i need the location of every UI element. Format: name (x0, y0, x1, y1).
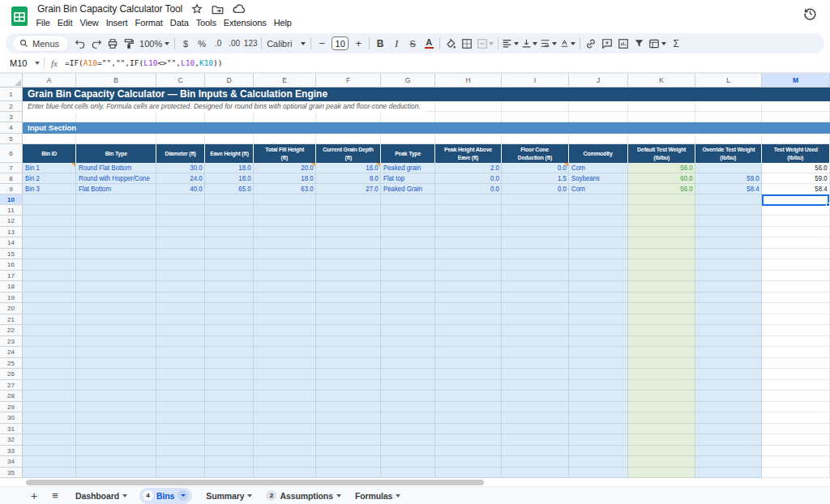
borders-icon[interactable] (460, 36, 473, 50)
format-currency-button[interactable]: $ (179, 36, 192, 50)
data-cell[interactable]: 27.0 (316, 184, 381, 194)
decrease-font-size-button[interactable]: − (315, 36, 328, 50)
table-header-cell[interactable]: Total Fill Height(ft) (254, 144, 316, 163)
sheet-title-cell[interactable]: Grain Bin Capacity Calculator — Bin Inpu… (23, 88, 830, 101)
row-header-32[interactable]: 32 (0, 434, 23, 445)
italic-button[interactable]: I (390, 36, 403, 50)
row-header-33[interactable]: 33 (0, 446, 23, 456)
paint-format-icon[interactable] (122, 36, 135, 50)
print-icon[interactable] (106, 36, 119, 50)
data-cell[interactable]: 20.0 (254, 163, 316, 173)
insert-link-icon[interactable] (584, 36, 597, 50)
formula-input[interactable]: =IF(A10="","",IF(L10<>"",L10,K10)) (65, 58, 223, 67)
more-formats-button[interactable]: 123 (244, 36, 257, 50)
decrease-decimals-button[interactable]: .0 (212, 36, 225, 50)
column-header-K[interactable]: K (628, 73, 695, 88)
document-title[interactable]: Grain Bin Capacity Calculator Tool (37, 3, 182, 15)
column-header-B[interactable]: B (76, 73, 156, 88)
data-cell[interactable]: 56.0 (628, 163, 695, 173)
row-header-11[interactable]: 11 (0, 205, 23, 216)
row-header-30[interactable]: 30 (0, 412, 23, 423)
column-header-L[interactable]: L (695, 73, 762, 88)
data-cell[interactable]: 56.0 (762, 163, 830, 173)
data-cell[interactable]: 30.0 (156, 163, 205, 173)
data-cell[interactable]: Peaked grain (381, 163, 435, 173)
row-header-14[interactable]: 14 (0, 237, 23, 248)
row-header-28[interactable]: 28 (0, 391, 23, 401)
row-header-15[interactable]: 15 (0, 249, 23, 259)
data-cell[interactable]: 16.0 (316, 163, 381, 173)
table-header-cell[interactable]: Test Weight Used(lb/bu) (762, 144, 830, 163)
row-header-29[interactable]: 29 (0, 402, 23, 412)
data-cell[interactable]: 59.0 (762, 173, 830, 184)
selection-fill-handle[interactable] (826, 203, 830, 207)
menus-search-button[interactable]: Menus (13, 36, 68, 51)
increase-font-size-button[interactable]: + (352, 36, 365, 50)
column-header-F[interactable]: F (316, 73, 381, 88)
text-wrap-button[interactable] (540, 38, 557, 49)
table-header-cell[interactable]: Eave Height (ft) (205, 144, 254, 163)
row-header-31[interactable]: 31 (0, 424, 23, 434)
redo-icon[interactable] (90, 36, 103, 50)
insert-comment-icon[interactable] (601, 36, 614, 50)
row-header-9[interactable]: 9 (0, 184, 23, 194)
table-header-cell[interactable]: Floor ConeDeduction (ft) (502, 144, 569, 163)
row-header-20[interactable]: 20 (0, 303, 23, 314)
row-header-25[interactable]: 25 (0, 358, 23, 369)
increase-decimals-button[interactable]: .00 (228, 36, 241, 50)
menu-file[interactable]: File (32, 17, 53, 28)
data-cell[interactable]: 0.0 (435, 184, 502, 194)
row-header-13[interactable]: 13 (0, 227, 23, 237)
input-section-cell[interactable]: Input Section (23, 122, 830, 134)
menu-help[interactable]: Help (270, 17, 295, 28)
table-header-cell[interactable]: Diameter (ft) (156, 144, 205, 163)
data-cell[interactable]: 0.0 (435, 173, 502, 184)
data-cell[interactable]: 0.0 (502, 163, 569, 173)
data-cell[interactable]: 63.0 (254, 184, 316, 194)
menu-tools[interactable]: Tools (192, 17, 220, 28)
row-header-22[interactable]: 22 (0, 325, 23, 335)
column-header-I[interactable]: I (502, 73, 569, 88)
tab-dropdown-icon[interactable] (178, 490, 188, 501)
table-views-button[interactable] (648, 38, 666, 49)
zoom-select[interactable]: 100% (139, 39, 169, 49)
row-header-35[interactable]: 35 (0, 468, 23, 478)
table-header-cell[interactable]: Bin Type (76, 144, 156, 163)
data-cell[interactable]: Round with Hopper/Cone (76, 173, 156, 184)
data-cell[interactable]: 18.0 (205, 163, 254, 173)
text-rotation-button[interactable] (559, 38, 576, 49)
table-header-cell[interactable]: Override Test Weight(lb/bu) (695, 144, 762, 163)
data-cell[interactable]: Corn (569, 163, 628, 173)
row-header-8[interactable]: 8 (0, 173, 23, 184)
sheet-tab-assumptions[interactable]: 2Assumptions (266, 490, 340, 501)
sheet-subtitle-cell[interactable]: Enter blue-font cells only. Formula cell… (23, 101, 426, 112)
row-header-4[interactable]: 4 (0, 122, 23, 134)
data-cell[interactable]: Peaked Grain (381, 184, 435, 194)
data-cell[interactable]: 24.0 (156, 173, 205, 184)
font-select[interactable]: Calibri (265, 39, 307, 49)
table-header-cell[interactable]: Bin ID (23, 144, 76, 163)
data-cell[interactable]: 58.4 (695, 184, 762, 194)
all-sheets-icon[interactable]: ≡ (49, 489, 62, 502)
row-header-7[interactable]: 7 (0, 163, 23, 173)
sheet-tab-bins[interactable]: 4Bins (139, 488, 192, 504)
add-sheet-icon[interactable]: + (28, 489, 41, 502)
version-history-icon[interactable] (802, 6, 819, 22)
font-size-input[interactable]: 10 (332, 36, 349, 50)
vertical-align-button[interactable] (521, 38, 538, 49)
text-color-button[interactable]: A (422, 36, 435, 50)
data-cell[interactable]: Bin 1 (23, 163, 76, 173)
data-cell[interactable]: Round Flat Bottom (76, 163, 156, 173)
sheet-tab-formulas[interactable]: Formulas (355, 491, 400, 501)
fill-color-icon[interactable] (444, 36, 457, 50)
menu-format[interactable]: Format (131, 17, 166, 28)
merge-cells-button[interactable] (477, 38, 494, 49)
bold-button[interactable]: B (374, 36, 387, 50)
data-cell[interactable]: Corn (569, 184, 628, 194)
row-header-1[interactable]: 1 (0, 88, 23, 101)
data-cell[interactable]: 1.5 (502, 173, 569, 184)
row-header-16[interactable]: 16 (0, 259, 23, 270)
menu-insert[interactable]: Insert (102, 17, 131, 28)
data-cell[interactable]: 0.0 (502, 184, 569, 194)
table-header-cell[interactable]: Default Test Weight(lb/bu) (628, 144, 695, 163)
